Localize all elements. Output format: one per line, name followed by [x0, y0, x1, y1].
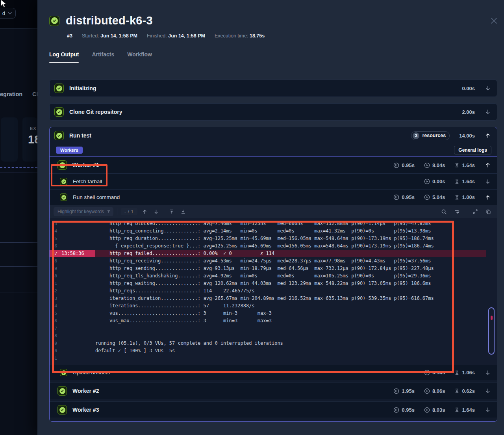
step-row-upload-artifacts[interactable]: Upload artifacts 0.94s 1.06s — [50, 365, 497, 380]
step-label: Initializing — [69, 85, 96, 91]
step-duration: 0.00s — [462, 86, 475, 91]
tab-artifacts[interactable]: Artifacts — [92, 51, 114, 63]
step-label: Run shell command — [73, 194, 120, 200]
log-scrollbar-highlight-marker — [491, 316, 493, 320]
background-tab-cli[interactable]: Cl — [32, 91, 37, 97]
highlight-keywords-input-wrap — [54, 207, 113, 216]
log-line: 46 vus_max........................: 3 mi… — [50, 317, 486, 325]
play-circle-icon — [424, 194, 430, 200]
chevron-up-icon[interactable] — [484, 194, 491, 201]
expand-fullscreen-icon[interactable] — [471, 208, 479, 216]
step-label: Clone Git repository — [69, 109, 122, 115]
success-status-icon — [57, 160, 67, 170]
close-icon[interactable] — [489, 16, 498, 25]
log-lines[interactable]: 33 http_req_blocked...............: avg=… — [50, 220, 486, 362]
step-row-worker2[interactable]: Worker #2 1.95s 8.06s 0.62s — [50, 383, 497, 399]
step-row-worker1[interactable]: Worker #1 0.95s 8.04s 1.64s — [50, 157, 497, 173]
step-row-run-test[interactable]: Run test 3 resources 14.00s — [50, 127, 497, 144]
play-circle-icon — [424, 407, 430, 413]
log-line: 35 http_req_duration..............: avg=… — [50, 235, 486, 242]
resources-label: resources — [422, 133, 446, 138]
pause-circle-icon — [393, 194, 399, 200]
step-label: Worker #2 — [72, 388, 99, 394]
previous-match-icon[interactable] — [141, 208, 149, 216]
resources-pill[interactable]: 3 resources — [411, 131, 450, 140]
chevron-down-icon[interactable] — [484, 387, 491, 394]
worker1-group: Worker #1 0.95s 8.04s 1.64s Fetch tarbal… — [50, 156, 497, 380]
log-viewer: - / 1 — [50, 205, 497, 365]
hourglass-icon — [454, 162, 460, 168]
log-line: 36 { expected_response:true }...: avg=12… — [50, 242, 486, 250]
page-title: distributed-k6-3 — [66, 14, 153, 27]
chevron-down-icon[interactable] — [484, 108, 491, 115]
scroll-to-bottom-icon[interactable] — [179, 208, 187, 216]
paused-duration: 1.95s — [393, 388, 415, 394]
execution-details-drawer: distributed-k6-3 #3 Started: Jun 14, 1:5… — [37, 0, 504, 435]
scroll-to-top-icon[interactable] — [168, 208, 176, 216]
chevron-down-icon[interactable] — [484, 178, 491, 185]
step-label: Worker #1 — [72, 162, 99, 168]
next-match-icon[interactable] — [152, 208, 160, 216]
word-wrap-icon[interactable] — [453, 208, 461, 216]
step-card-run-test: Run test 3 resources 14.00s Workers Gene… — [49, 127, 497, 422]
chevron-down-icon[interactable] — [484, 85, 491, 92]
tab-log-output[interactable]: Log Output — [49, 51, 79, 63]
background-divider — [0, 218, 37, 218]
queued-duration: 1.64s — [454, 178, 475, 184]
step-row-run-shell[interactable]: Run shell command 0.95s 5.04s 1.00s — [50, 189, 497, 205]
pause-circle-icon — [393, 388, 399, 394]
step-row-clone-git[interactable]: Clone Git repository 2.00s — [50, 104, 497, 120]
running-duration: 8.04s — [424, 162, 445, 168]
success-status-icon — [60, 178, 67, 185]
drawer-header: distributed-k6-3 — [49, 0, 497, 27]
background-divider — [0, 266, 37, 267]
workers-bar: Workers General logs — [50, 144, 497, 156]
running-duration: 0.94s — [424, 370, 445, 376]
chevron-down-icon[interactable] — [484, 406, 491, 413]
log-line: 44 iterations.....................: 57 1… — [50, 302, 486, 310]
log-line: 45 vus............................: 3 mi… — [50, 310, 486, 317]
play-circle-icon — [424, 388, 430, 394]
background-tab-integration[interactable]: egration — [0, 91, 22, 97]
play-circle-icon — [424, 370, 430, 376]
success-status-icon — [57, 405, 67, 415]
background-dropdown[interactable]: d — [0, 8, 16, 19]
queued-duration: 1.06s — [454, 370, 475, 376]
paused-duration: 0.95s — [393, 407, 415, 413]
general-logs-button[interactable]: General logs — [454, 146, 491, 154]
search-icon[interactable] — [440, 208, 448, 216]
copy-icon[interactable] — [484, 208, 492, 216]
queued-duration: 1.64s — [454, 162, 475, 168]
chevron-down-icon[interactable] — [484, 369, 491, 376]
log-line: 49running (05.1s), 0/3 VUs, 57 complete … — [50, 340, 486, 347]
chevron-up-icon[interactable] — [484, 162, 491, 169]
background-dashed-divider — [0, 167, 37, 168]
background-card-execution-time: EX 18 — [22, 117, 37, 162]
chevron-up-icon[interactable] — [484, 132, 491, 139]
hourglass-icon — [454, 370, 460, 376]
step-label: Worker #3 — [72, 407, 99, 413]
log-line: 34 http_req_connecting............: avg=… — [50, 227, 486, 235]
log-line: 47 — [50, 325, 486, 332]
log-line: 39 http_req_sending...............: avg=… — [50, 265, 486, 272]
hourglass-icon — [454, 388, 460, 394]
workers-badge[interactable]: Workers — [56, 147, 83, 154]
started-at: Started: Jun 14, 1:58 PM — [82, 33, 137, 39]
running-duration: 8.06s — [424, 388, 445, 394]
success-status-icon — [60, 193, 67, 201]
paused-duration: 0.95s — [393, 162, 415, 168]
tab-workflow[interactable]: Workflow — [127, 51, 152, 63]
step-row-fetch-tarball[interactable]: Fetch tarball 0.00s 1.64s — [50, 173, 497, 189]
execution-time: Execution time: 18.75s — [215, 33, 265, 39]
step-duration: 2.00s — [462, 109, 475, 115]
step-row-worker3[interactable]: Worker #3 0.95s 8.03s 1.64s — [50, 402, 497, 418]
log-scrollbar[interactable] — [488, 307, 495, 355]
log-line: 48 — [50, 332, 486, 340]
paused-duration: 0.95s — [393, 194, 415, 200]
log-line: 50default ✓ [ 100% ] 3 VUs 5s — [50, 347, 486, 355]
highlight-keywords-input[interactable] — [54, 207, 113, 216]
play-circle-icon — [424, 162, 430, 168]
run-number: #3 — [67, 33, 72, 39]
log-line: 3713:58:36 http_req_failed..............… — [50, 250, 486, 257]
step-row-initializing[interactable]: Initializing 0.00s — [50, 80, 497, 97]
